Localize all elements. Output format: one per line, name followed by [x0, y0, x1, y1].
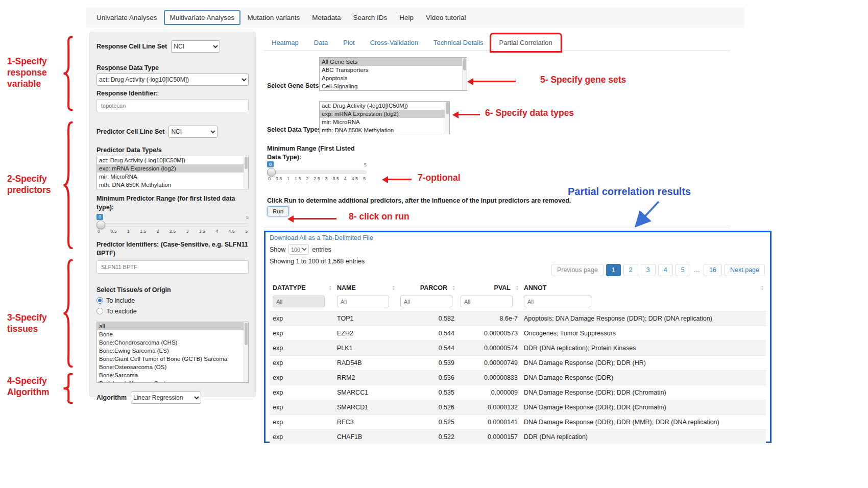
list-item[interactable]: Bone:Sarcoma [97, 371, 248, 379]
nav-item-metadata[interactable]: Metadata [306, 11, 346, 25]
response-data-type-label: Response Data Type [97, 64, 249, 71]
to-include-radio[interactable] [97, 297, 103, 304]
list-item[interactable]: Bone:Giant Cell Tumor of Bone (GCTB) Sar… [97, 355, 248, 363]
predictor-cell-line-set-select[interactable]: NCI [168, 126, 218, 138]
column-header-name[interactable]: NAME▲▼ [334, 281, 397, 295]
tab-cross-validation[interactable]: Cross-Validation [363, 35, 426, 51]
nav-item-mutation-variants[interactable]: Mutation variants [242, 11, 305, 25]
filter-annot-input[interactable] [524, 296, 591, 307]
table-row: exp SMARCC1 0.535 0.000009 DNA Damage Re… [270, 385, 766, 400]
slider-max-label: 5 [246, 215, 249, 220]
cell-pval: 0.0000157 [457, 430, 521, 445]
tab-data[interactable]: Data [306, 35, 335, 51]
filter-parcor-input[interactable] [400, 296, 452, 307]
filter-datatype-input[interactable] [273, 296, 325, 307]
list-item[interactable]: Apoptosis [320, 74, 467, 82]
list-item[interactable]: Cell Signaling [320, 82, 467, 90]
slider-track[interactable] [267, 170, 367, 174]
page-button-16[interactable]: 16 [704, 264, 722, 276]
list-item[interactable]: Bone:Chondrosarcoma (CHS) [97, 338, 248, 347]
slider-track[interactable] [97, 223, 249, 227]
nav-item-search-ids[interactable]: Search IDs [347, 11, 393, 25]
page-length-select[interactable]: 100 [288, 244, 309, 255]
cell-pval: 0.00000833 [457, 371, 521, 385]
run-button[interactable]: Run [267, 206, 289, 216]
annotation-results-title: Partial correlation results [568, 186, 691, 198]
download-link[interactable]: Download All as a Tab-Delimited File [270, 234, 373, 241]
list-item[interactable]: mir: MicroRNA [320, 118, 449, 126]
scrollbar[interactable] [244, 322, 248, 382]
list-item-selected[interactable]: All Gene Sets [320, 58, 467, 66]
response-identifier-input[interactable] [97, 99, 249, 112]
table-row: exp RFC3 0.525 0.0000141 DNA Damage Resp… [270, 415, 766, 430]
list-item-selected[interactable]: all [97, 322, 248, 330]
to-exclude-radio[interactable] [97, 308, 103, 314]
tab-heatmap[interactable]: Heatmap [264, 35, 306, 51]
slider-value-badge: 0 [97, 214, 103, 220]
list-item[interactable]: mir: MicroRNA [97, 173, 248, 181]
predictor-identifiers-input[interactable] [97, 260, 249, 274]
list-item[interactable]: ABC Transporters [320, 66, 467, 74]
filter-pval-input[interactable] [461, 296, 513, 307]
top-navigation: Univariate Analyses Multivariate Analyse… [86, 7, 744, 28]
column-header-pval[interactable]: PVAL▲▼ [457, 281, 521, 295]
annotation-step6: 6- Specify data types [485, 108, 574, 119]
next-page-button[interactable]: Next page [725, 264, 765, 276]
algorithm-select[interactable]: Linear Regression [131, 392, 201, 404]
list-item[interactable]: mth: DNA 850K Methylation [97, 181, 248, 189]
table-row: exp EZH2 0.544 0.00000573 Oncogenes; Tum… [270, 326, 766, 341]
previous-page-button[interactable]: Previous page [551, 264, 604, 276]
min-predictor-range-label: Minimum Predictor Range (for first liste… [97, 194, 249, 212]
partial-correlation-results-panel: Download All as a Tab-Delimited File Sho… [264, 231, 771, 443]
arrow-step7 [388, 179, 412, 180]
list-item[interactable]: act: Drug Activity (-log10[IC50M]) [320, 102, 449, 110]
tab-plot[interactable]: Plot [335, 35, 362, 51]
list-item-selected[interactable]: exp: mRNA Expression (log2) [97, 164, 248, 173]
tab-technical-details[interactable]: Technical Details [426, 35, 491, 51]
list-item[interactable]: Bone [97, 330, 248, 338]
predictor-data-types-listbox: act: Drug Activity (-log10[IC50M]) exp: … [97, 156, 249, 189]
nav-item-univariate-analyses[interactable]: Univariate Analyses [91, 11, 163, 25]
slider-handle[interactable] [267, 168, 276, 177]
list-item[interactable]: mth: DNA 850K Methylation [320, 126, 449, 134]
to-include-label: To include [106, 297, 135, 304]
nav-item-help[interactable]: Help [394, 11, 419, 25]
list-item[interactable]: Peripheral_Nervous_System [97, 379, 248, 383]
page-button-1[interactable]: 1 [606, 264, 621, 276]
cell-datatype: exp [270, 326, 334, 341]
gene-sets-listbox: All Gene Sets ABC Transporters Apoptosis… [319, 57, 467, 91]
table-row: exp PLK1 0.544 0.00000574 DDR (DNA repli… [270, 341, 766, 356]
scrollbar[interactable] [244, 156, 248, 189]
column-header-datatype[interactable]: DATATYPE▲▼ [270, 281, 334, 295]
response-cell-line-set-select[interactable]: NCI [171, 40, 220, 53]
nav-item-video-tutorial[interactable]: Video tutorial [420, 11, 472, 25]
list-item[interactable]: Bone:Osteosarcoma (OS) [97, 363, 248, 371]
cell-parcor: 0.544 [397, 341, 457, 356]
slider-value-badge: 0 [267, 161, 274, 167]
arrow-step8 [294, 218, 336, 219]
page-button-4[interactable]: 4 [658, 264, 673, 276]
slider-handle[interactable] [97, 221, 105, 229]
table-row: exp TOP1 0.582 8.6e-7 Apoptosis; DNA Dam… [270, 311, 766, 326]
scrollbar[interactable] [445, 102, 449, 134]
scrollbar[interactable] [462, 58, 467, 90]
filter-name-input[interactable] [337, 296, 389, 307]
list-item[interactable]: act: Drug Activity (-log10[IC50M]) [97, 156, 248, 164]
tab-partial-correlation[interactable]: Partial Correlation [491, 34, 561, 51]
nav-item-multivariate-analyses[interactable]: Multivariate Analyses [164, 10, 241, 25]
to-exclude-label: To exclude [106, 308, 137, 315]
cell-annot: DNA Damage Response (DDR); DDR (Chromati… [521, 385, 766, 400]
column-header-annot[interactable]: ANNOT▲▼ [521, 281, 766, 295]
page-button-2[interactable]: 2 [623, 264, 638, 276]
page-button-3[interactable]: 3 [641, 264, 656, 276]
response-data-type-select[interactable]: act: Drug Activity (-log10[IC50M]) [97, 74, 249, 86]
annotation-step3: 3-Specify tissues [7, 312, 58, 335]
column-header-parcor[interactable]: PARCOR▲▼ [397, 281, 457, 295]
list-item[interactable]: Bone:Ewing Sarcoma (ES) [97, 347, 248, 355]
page-button-5[interactable]: 5 [676, 264, 690, 276]
response-cell-line-set-label: Response Cell Line Set [97, 43, 167, 50]
showing-entries-text: Showing 1 to 100 of 1,568 entries [270, 258, 365, 265]
cell-parcor: 0.525 [397, 415, 457, 430]
table-row: exp SMARCD1 0.526 0.0000132 DNA Damage R… [270, 400, 766, 415]
list-item-selected[interactable]: exp: mRNA Expression (log2) [320, 110, 449, 118]
